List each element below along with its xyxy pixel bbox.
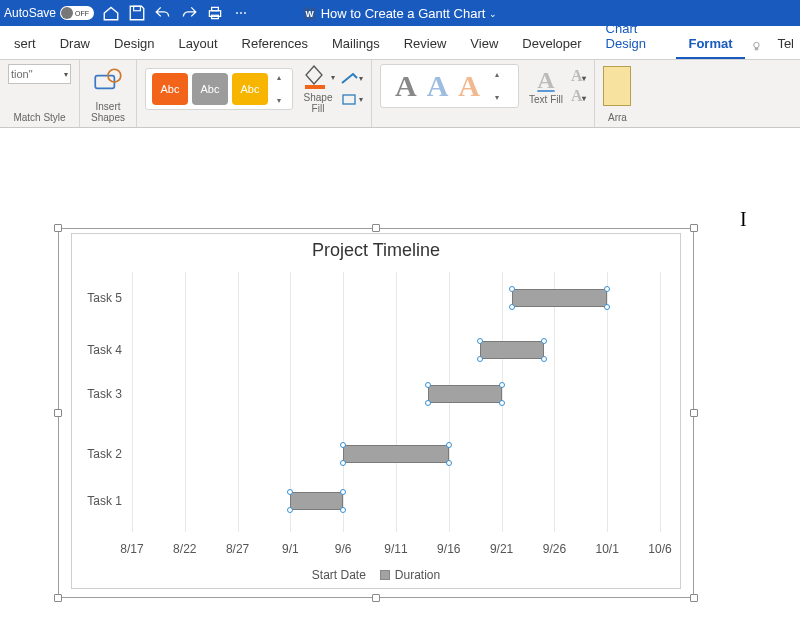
redo-icon[interactable] [180,4,198,22]
lightbulb-icon[interactable] [751,39,762,53]
shape-style-gray[interactable]: Abc [192,73,228,105]
bar-handle[interactable] [477,338,483,344]
gridline [554,272,555,532]
x-tick-label: 9/1 [282,542,299,556]
resize-handle-tl[interactable] [54,224,62,232]
bar-handle[interactable] [604,286,610,292]
gridline [660,272,661,532]
bar-handle[interactable] [287,507,293,513]
print-icon[interactable] [206,4,224,22]
chevron-down-icon: ▾ [331,73,335,82]
tab-review[interactable]: Review [392,28,459,59]
bar-handle[interactable] [604,304,610,310]
bar-handle[interactable] [287,489,293,495]
shape-outline-button[interactable]: ▾ [341,70,363,88]
plot-area[interactable]: 8/178/228/279/19/69/119/169/219/2610/110… [132,272,660,532]
gantt-bar[interactable] [290,492,343,510]
document-title[interactable]: W How to Create a Gantt Chart ⌄ [303,6,498,21]
titlebar: AutoSave OFF ⋯ W How to Create a Gantt C… [0,0,800,26]
gallery-down-icon[interactable]: ▾ [277,96,281,105]
resize-handle-bm[interactable] [372,594,380,602]
tab-view[interactable]: View [458,28,510,59]
wordart-gallery[interactable]: A A A ▴▾ [380,64,519,108]
chevron-down-icon: ⌄ [489,8,497,18]
bar-handle[interactable] [477,356,483,362]
wordart-style-3[interactable]: A [458,69,480,103]
arrange-button[interactable] [603,66,631,106]
resize-handle-mr[interactable] [690,409,698,417]
selection-dropdown[interactable]: tion" ▾ [8,64,71,84]
autosave-toggle[interactable]: AutoSave OFF [4,6,94,20]
bar-handle[interactable] [425,400,431,406]
legend-item-start-date[interactable]: Start Date [312,568,366,582]
x-tick-label: 10/1 [596,542,619,556]
text-outline-button[interactable]: A▾ [571,67,587,85]
bar-handle[interactable] [340,507,346,513]
bar-handle[interactable] [499,400,505,406]
group-shape-styles: Abc Abc Abc ▴▾ ▾ Shape Fill ▾ ▾ [137,60,372,127]
match-style-button[interactable]: Match Style [8,110,71,123]
gantt-bar[interactable] [480,341,543,359]
x-tick-label: 9/11 [384,542,407,556]
resize-handle-tr[interactable] [690,224,698,232]
x-tick-label: 8/27 [226,542,249,556]
x-tick-label: 10/6 [648,542,671,556]
gridline [238,272,239,532]
shape-style-yellow[interactable]: Abc [232,73,268,105]
y-tick-label: Task 3 [78,387,122,401]
bar-handle[interactable] [340,442,346,448]
legend-item-duration[interactable]: Duration [380,568,440,582]
tab-developer[interactable]: Developer [510,28,593,59]
wordart-style-1[interactable]: A [395,69,417,103]
gantt-bar[interactable] [343,445,449,463]
bar-handle[interactable] [340,460,346,466]
chart-legend[interactable]: Start Date Duration [72,568,680,582]
wordart-style-2[interactable]: A [427,69,449,103]
gantt-bar[interactable] [512,289,607,307]
home-icon[interactable] [102,4,120,22]
tab-layout[interactable]: Layout [166,28,229,59]
bar-handle[interactable] [425,382,431,388]
ribbon-body: tion" ▾ Match Style Insert Shapes Abc Ab… [0,60,800,128]
gallery-down-icon[interactable]: ▾ [495,93,499,102]
save-icon[interactable] [128,4,146,22]
tab-format[interactable]: Format [676,28,744,59]
shape-effects-button[interactable]: ▾ [341,91,363,109]
chart-title[interactable]: Project Timeline [72,234,680,263]
y-tick-label: Task 1 [78,494,122,508]
shape-fill-button[interactable]: ▾ [301,64,335,90]
shape-style-gallery[interactable]: Abc Abc Abc ▴▾ [145,68,293,110]
resize-handle-bl[interactable] [54,594,62,602]
tab-design[interactable]: Design [102,28,166,59]
gallery-up-icon[interactable]: ▴ [277,73,281,82]
chart-selection[interactable]: Project Timeline 8/178/228/279/19/69/119… [58,228,694,598]
gallery-up-icon[interactable]: ▴ [495,70,499,79]
document-area[interactable]: I Project Timeline 8/178/228/279/19/69/1… [0,128,800,632]
tab-tell-me[interactable]: Tel [765,28,800,59]
text-fill-button[interactable]: A [537,67,554,94]
resize-handle-br[interactable] [690,594,698,602]
resize-handle-ml[interactable] [54,409,62,417]
tab-references[interactable]: References [230,28,320,59]
bar-handle[interactable] [541,356,547,362]
bar-handle[interactable] [541,338,547,344]
chevron-down-icon: ▾ [64,70,68,79]
bar-handle[interactable] [446,460,452,466]
text-effects-button[interactable]: A▾ [571,87,587,105]
bar-handle[interactable] [340,489,346,495]
resize-handle-tm[interactable] [372,224,380,232]
shape-style-orange[interactable]: Abc [152,73,188,105]
gantt-bar[interactable] [428,385,502,403]
tab-insert[interactable]: sert [2,28,48,59]
bar-handle[interactable] [499,382,505,388]
more-icon[interactable]: ⋯ [232,4,250,22]
chart-area[interactable]: Project Timeline 8/178/228/279/19/69/119… [71,233,681,589]
undo-icon[interactable] [154,4,172,22]
insert-shapes-button[interactable] [88,64,128,99]
tab-draw[interactable]: Draw [48,28,102,59]
tab-mailings[interactable]: Mailings [320,28,392,59]
x-tick-label: 9/21 [490,542,513,556]
bar-handle[interactable] [509,304,515,310]
bar-handle[interactable] [509,286,515,292]
bar-handle[interactable] [446,442,452,448]
